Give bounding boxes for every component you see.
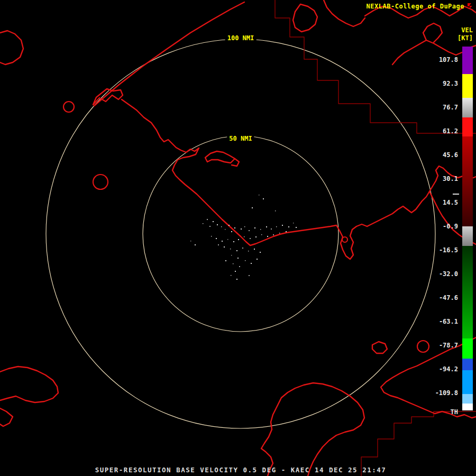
velocity-dot: [231, 231, 232, 232]
colorbar-segment: [462, 74, 473, 98]
lake-circle: [63, 102, 74, 112]
velocity-dot: [241, 228, 242, 230]
colorbar-segment: [462, 226, 473, 246]
velocity-dot: [233, 263, 233, 264]
velocity-dot: [238, 239, 239, 240]
colorbar-unit-label: VEL [KT]: [457, 26, 473, 42]
lake-circle: [417, 341, 429, 352]
coastline-path: [205, 151, 235, 163]
colorbar-segment: [462, 394, 473, 404]
velocity-dot: [217, 224, 218, 225]
coastline-path: [372, 342, 387, 353]
velocity-dot: [286, 231, 287, 232]
radar-map: [0, 0, 476, 476]
colorbar-segment: [462, 98, 473, 117]
lake-circle: [342, 237, 347, 242]
coastline-path: [367, 166, 476, 226]
velocity-dot: [209, 226, 210, 227]
velocity-dot: [222, 241, 223, 242]
colorbar-segment: [462, 47, 473, 74]
velocity-dot: [282, 225, 283, 226]
coastline-path: [423, 23, 442, 42]
coastline-path: [0, 31, 23, 65]
velocity-dot: [231, 275, 231, 276]
velocity-dot: [266, 226, 267, 227]
colorbar-segment: [462, 404, 473, 410]
velocity-dot: [203, 223, 203, 224]
velocity-dot: [213, 221, 214, 222]
velocity-dot: [249, 230, 250, 231]
velocity-dot: [233, 241, 234, 242]
velocity-dot: [249, 275, 250, 276]
range-ring: [143, 136, 338, 332]
velocity-dot: [227, 239, 228, 240]
velocity-dot: [216, 238, 217, 239]
velocity-dot: [261, 234, 262, 235]
velocity-dot: [231, 255, 232, 255]
coastline-path: [0, 367, 58, 402]
velocity-dot: [190, 241, 191, 241]
velocity-dot: [252, 207, 253, 208]
page-title: NEXLAB-College of DuPage: [367, 3, 464, 10]
velocity-dot: [234, 227, 235, 228]
velocity-dot: [225, 260, 226, 261]
colorbar-segment: [462, 338, 473, 359]
velocity-dot: [263, 198, 264, 199]
velocity-dot: [296, 227, 297, 228]
velocity-dot: [245, 260, 245, 261]
coastline-path: [261, 383, 364, 476]
header: NEXLAB-College of DuPage: [367, 3, 474, 10]
velocity-dot: [230, 249, 231, 249]
radar-display: 100 NMI50 NMI NEXLAB-College of DuPage V…: [0, 0, 476, 476]
colorbar-segment: [462, 246, 473, 338]
velocity-dot: [259, 195, 259, 195]
velocity-dot: [260, 252, 261, 253]
county-boundary-path: [275, 0, 476, 133]
velocity-dot: [239, 266, 240, 267]
velocity-dot: [288, 226, 289, 227]
velocity-dot: [236, 250, 237, 251]
colorbar-unit-bracket: [KT]: [457, 34, 473, 42]
velocity-dot: [251, 263, 252, 264]
velocity-dot: [279, 233, 280, 233]
velocity-dot: [236, 279, 237, 280]
range-ring-label: 100 NMI: [225, 34, 257, 42]
coastline-path: [0, 408, 13, 426]
velocity-dot: [267, 236, 268, 237]
coastline-path: [232, 159, 239, 166]
colorbar-segment: [462, 136, 473, 226]
velocity-dot: [228, 225, 230, 226]
velocity-dot: [244, 236, 244, 237]
velocity-dot: [276, 226, 277, 227]
velocity-dot: [218, 244, 219, 245]
velocity-dot: [255, 236, 257, 237]
coastline-path: [324, 0, 365, 26]
velocity-dot: [254, 249, 255, 250]
lake-circle: [93, 175, 108, 189]
velocity-dot: [275, 210, 276, 211]
colorbar-zero-tick: [453, 194, 459, 195]
velocity-dot: [235, 271, 236, 272]
velocity-dot: [248, 251, 249, 251]
velocity-dot: [195, 244, 196, 245]
velocity-dot: [242, 248, 243, 249]
velocity-dot: [260, 229, 261, 230]
colorbar: [462, 47, 473, 410]
velocity-dot: [257, 259, 258, 260]
status-bar-caption: SUPER-RESOLUTION BASE VELOCITY 0.5 DEG -…: [95, 466, 387, 474]
velocity-dot: [271, 228, 272, 230]
velocity-dot: [237, 258, 239, 259]
velocity-dot: [250, 238, 251, 239]
velocity-dot: [211, 236, 212, 236]
colorbar-unit: VEL: [457, 26, 473, 34]
velocity-dot: [244, 226, 245, 227]
coastline-path: [293, 4, 317, 32]
range-ring-label: 50 NMI: [227, 135, 254, 142]
velocity-dot: [221, 226, 222, 227]
cod-logo-icon: [467, 3, 474, 10]
colorbar-segment: [462, 359, 473, 370]
coastline-path: [122, 99, 336, 245]
colorbar-segment: [462, 117, 473, 136]
velocity-dot: [207, 219, 208, 220]
velocity-dot: [225, 229, 225, 230]
